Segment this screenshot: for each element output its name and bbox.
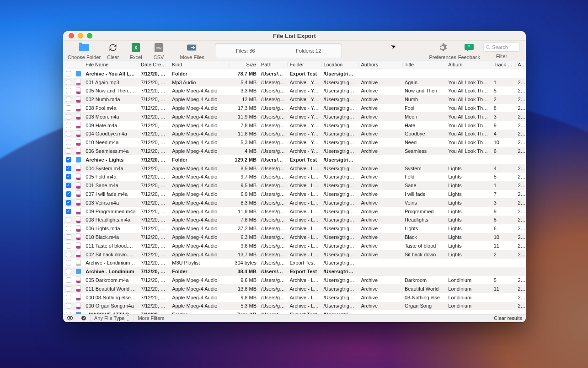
cell-extra: 26 bbox=[516, 80, 526, 85]
row-checkbox[interactable] bbox=[63, 97, 74, 102]
table-row[interactable]: 009 Programmed.m4a7/12/20, 7:17…Apple Mp… bbox=[63, 207, 526, 216]
row-checkbox[interactable] bbox=[63, 80, 74, 85]
table-row[interactable]: 010 Need.m4a7/12/20, 6:0…Apple Mpeg-4 Au… bbox=[63, 138, 526, 147]
row-checkbox[interactable] bbox=[63, 105, 74, 111]
titlebar[interactable]: File List Export bbox=[63, 31, 526, 41]
row-checkbox[interactable] bbox=[63, 131, 74, 136]
table-row[interactable]: 002 Sit back down.m4a7/12/20, 7:1…Apple … bbox=[63, 250, 526, 259]
row-checkbox[interactable] bbox=[63, 286, 74, 292]
row-checkbox[interactable] bbox=[63, 114, 74, 119]
preferences-button[interactable]: Preferences bbox=[428, 43, 457, 60]
col-authors[interactable]: Authors bbox=[359, 62, 402, 67]
row-checkbox[interactable] bbox=[63, 303, 74, 308]
col-folder[interactable]: Folder bbox=[288, 62, 321, 67]
table-row[interactable]: 010 Black.m4a7/12/20, 7:1…Apple Mpeg-4 A… bbox=[63, 233, 526, 242]
table-row[interactable]: 000 Organ Song.m4a7/12/20, 6:0…Apple Mpe… bbox=[63, 302, 526, 310]
table-row[interactable]: 005 Fold.m4a7/12/20, 7:17…Apple Mpeg-4 A… bbox=[63, 173, 526, 181]
table-row[interactable]: Archive - You All Look…7/12/20, 7:…Folde… bbox=[63, 69, 526, 78]
row-checkbox[interactable] bbox=[63, 252, 74, 257]
row-checkbox[interactable] bbox=[63, 217, 74, 222]
row-checkbox[interactable] bbox=[63, 191, 74, 197]
table-row[interactable]: Archive - Londinium.m3u7/12/20, 7:2…M3U … bbox=[63, 259, 526, 267]
table-row[interactable]: 002 Numb.m4a7/12/20, 6:0…Apple Mpeg-4 Au… bbox=[63, 95, 526, 104]
cell-title: System bbox=[403, 166, 446, 171]
table-row[interactable]: 005 Now and Then.m4a7/12/20, 6:0…Apple M… bbox=[63, 87, 526, 95]
row-checkbox[interactable] bbox=[63, 71, 74, 76]
table-row[interactable]: 000 08-Nothing else.m…7/12/20, 6:0…Apple… bbox=[63, 293, 526, 302]
row-checkbox[interactable] bbox=[63, 260, 74, 265]
cancel-filter-button[interactable] bbox=[77, 314, 91, 322]
cell-path: /Users/gtri… bbox=[259, 269, 288, 274]
more-filters-button[interactable]: More Filters bbox=[134, 314, 168, 322]
col-title[interactable]: Title bbox=[403, 62, 446, 67]
move-files-button[interactable]: Move Files bbox=[175, 43, 209, 60]
table-row[interactable]: 006 Seamless.m4a7/12/20, 6:0…Apple Mpeg-… bbox=[63, 147, 526, 156]
table-row[interactable]: 007 I will fade.m4a7/12/20, 7:17…Apple M… bbox=[63, 190, 526, 199]
row-checkbox[interactable] bbox=[63, 200, 74, 206]
file-type-select[interactable]: Any File Type ⌃⌄ bbox=[91, 314, 134, 322]
row-checkbox[interactable] bbox=[63, 166, 74, 171]
cell-authors: Archive bbox=[359, 123, 402, 128]
col-track-no[interactable]: Track NO bbox=[492, 62, 516, 67]
row-checkbox[interactable] bbox=[63, 174, 74, 179]
quicklook-button[interactable] bbox=[63, 314, 77, 322]
row-checkbox[interactable] bbox=[63, 209, 74, 214]
table-row[interactable]: 008 Fool.m4a7/12/20, 6:0…Apple Mpeg-4 Au… bbox=[63, 104, 526, 113]
zoom-window-button[interactable] bbox=[87, 33, 92, 38]
row-checkbox[interactable] bbox=[63, 226, 74, 231]
cell-path: /Users/gtrig… bbox=[259, 131, 288, 136]
col-date-created[interactable]: Date Created bbox=[139, 62, 170, 67]
folder-icon bbox=[74, 157, 84, 162]
search-input[interactable]: Search bbox=[483, 43, 520, 52]
row-checkbox[interactable] bbox=[63, 88, 74, 93]
choose-folder-button[interactable]: Choose Folder bbox=[67, 43, 102, 60]
excel-button[interactable]: X Excel bbox=[124, 43, 147, 60]
table-row[interactable]: 011 Taste of blood.m4a7/12/20, 7:1…Apple… bbox=[63, 241, 526, 250]
table-row[interactable]: Archive - Londinium7/12/20, 7:…Folder38,… bbox=[63, 267, 526, 276]
table-row[interactable]: - MASSIVE ATTACK -…7/12/20, 7:1…FolderZe… bbox=[63, 310, 526, 314]
table-row[interactable]: 003 Meon.m4a7/12/20, 6:0…Apple Mpeg-4 Au… bbox=[63, 112, 526, 121]
csv-button[interactable]: CSV CSV bbox=[147, 43, 170, 60]
row-checkbox[interactable] bbox=[63, 157, 74, 162]
row-checkbox[interactable] bbox=[63, 295, 74, 300]
col-kind[interactable]: Kind bbox=[170, 62, 230, 67]
row-checkbox[interactable] bbox=[63, 148, 74, 154]
col-extra[interactable]: A… bbox=[516, 62, 526, 67]
table-row[interactable]: 011 Beautiful World.m4a7/12/20, 6:0…Appl… bbox=[63, 284, 526, 293]
feedback-button[interactable]: ❞ Feedback bbox=[457, 43, 481, 60]
col-file-name[interactable]: File Name bbox=[84, 62, 139, 67]
table-row[interactable]: Archive - Lights7/12/20, 7:…Folder129,2 … bbox=[63, 155, 526, 164]
cell-album: Londinium bbox=[446, 286, 492, 292]
table-row[interactable]: 001 Again.mp37/12/20, 6:0…Mp3 Audio5,4 M… bbox=[63, 78, 526, 87]
clear-button[interactable]: Clear bbox=[102, 43, 124, 60]
cell-file-name: 011 Taste of blood.m4a bbox=[84, 243, 139, 249]
cell-title: 08-Nothing else bbox=[403, 295, 446, 300]
table-header[interactable]: File Name Date Created Kind Size Path Fo… bbox=[63, 60, 526, 69]
table-row[interactable]: 004 System.m4a7/12/20, 7:17…Apple Mpeg-4… bbox=[63, 164, 526, 173]
row-checkbox[interactable] bbox=[63, 243, 74, 249]
cell-file-name: 010 Need.m4a bbox=[84, 140, 139, 145]
row-checkbox[interactable] bbox=[63, 277, 74, 283]
close-window-button[interactable] bbox=[69, 33, 74, 38]
cell-date: 7/12/20, 7:… bbox=[139, 269, 170, 274]
table-row[interactable]: 003 Veins.m4a7/12/20, 7:17…Apple Mpeg-4 … bbox=[63, 198, 526, 207]
col-size[interactable]: Size bbox=[230, 62, 259, 67]
col-path[interactable]: Path bbox=[259, 62, 288, 67]
table-row[interactable]: 006 Lights.m4a7/12/20, 7:1…Apple Mpeg-4 … bbox=[63, 224, 526, 233]
minimize-window-button[interactable] bbox=[78, 33, 83, 38]
table-row[interactable]: 001 Sane.m4a7/12/20, 7:17…Apple Mpeg-4 A… bbox=[63, 181, 526, 190]
table-row[interactable]: 009 Hate.m4a7/12/20, 6:0…Apple Mpeg-4 Au… bbox=[63, 121, 526, 130]
row-checkbox[interactable] bbox=[63, 123, 74, 128]
cell-authors: Archive bbox=[359, 174, 402, 179]
table-row[interactable]: 008 Headlights.m4a7/12/20, 7:1…Apple Mpe… bbox=[63, 216, 526, 224]
row-checkbox[interactable] bbox=[63, 269, 74, 274]
col-album[interactable]: Album bbox=[446, 62, 492, 67]
row-checkbox[interactable] bbox=[63, 234, 74, 240]
row-checkbox[interactable] bbox=[63, 140, 74, 145]
col-location[interactable]: Location bbox=[322, 62, 359, 67]
table-row[interactable]: 004 Goodbye.m4a7/12/20, 6:0…Apple Mpeg-4… bbox=[63, 130, 526, 138]
cell-path: /Users/gtrig… bbox=[259, 140, 288, 145]
clear-results-button[interactable]: Clear results bbox=[490, 314, 526, 322]
row-checkbox[interactable] bbox=[63, 183, 74, 188]
table-row[interactable]: 005 Darkroom.m4a7/12/20, 6:0…Apple Mpeg-… bbox=[63, 276, 526, 285]
